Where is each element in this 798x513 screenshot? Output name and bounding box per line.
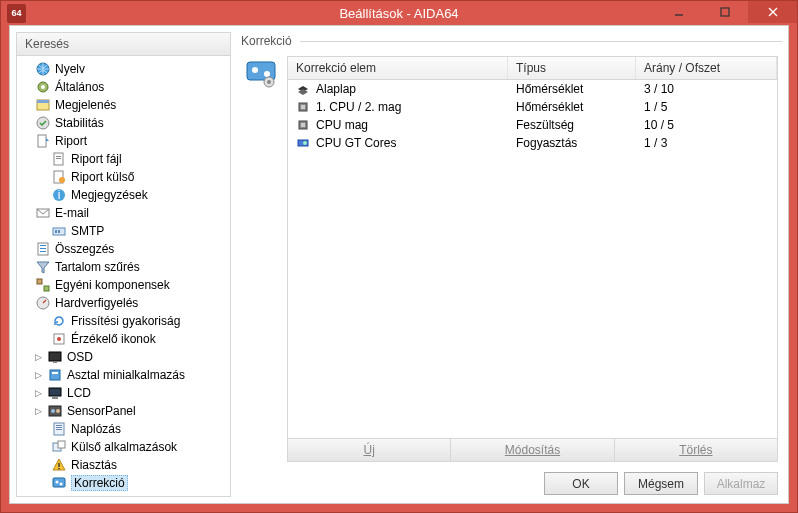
svg-point-61 bbox=[303, 141, 307, 145]
cell: CPU GT Cores bbox=[316, 136, 396, 150]
svg-rect-26 bbox=[37, 279, 42, 284]
log-icon bbox=[51, 421, 67, 437]
svg-point-53 bbox=[264, 71, 270, 77]
nav-label: Tartalom szűrés bbox=[55, 260, 140, 274]
maximize-button[interactable] bbox=[702, 1, 748, 23]
titlebar: 64 Beállítások - AIDA64 bbox=[1, 1, 797, 25]
nav-kulso-alkalmazasok[interactable]: Külső alkalmazások bbox=[21, 438, 228, 456]
svg-rect-42 bbox=[56, 427, 62, 428]
nav-label: Külső alkalmazások bbox=[71, 440, 177, 454]
minimize-button[interactable] bbox=[656, 1, 702, 23]
nav-riport[interactable]: Riport bbox=[21, 132, 228, 150]
nav-osszegzes[interactable]: Összegzés bbox=[21, 240, 228, 258]
nav-label: LCD bbox=[67, 386, 91, 400]
nav-label: Érzékelő ikonok bbox=[71, 332, 156, 346]
gadget-icon bbox=[47, 367, 63, 383]
nav-egyeni-komponensek[interactable]: Egyéni komponensek bbox=[21, 276, 228, 294]
cancel-button[interactable]: Mégsem bbox=[624, 472, 698, 495]
nav-label: E-mail bbox=[55, 206, 89, 220]
delete-button[interactable]: Törlés bbox=[615, 439, 777, 461]
expand-icon[interactable]: ▷ bbox=[33, 406, 44, 417]
svg-rect-13 bbox=[56, 158, 61, 159]
svg-rect-35 bbox=[49, 388, 61, 396]
cell: Feszültség bbox=[516, 118, 574, 132]
file-icon bbox=[51, 151, 67, 167]
nav-label: OSD bbox=[67, 350, 93, 364]
svg-rect-25 bbox=[40, 251, 46, 252]
svg-rect-36 bbox=[52, 397, 58, 399]
table-row[interactable]: 1. CPU / 2. mag Hőmérséklet 1 / 5 bbox=[288, 98, 777, 116]
nav-label: Megjegyzések bbox=[71, 188, 148, 202]
expand-icon[interactable]: ▷ bbox=[33, 352, 44, 363]
new-button[interactable]: Új bbox=[288, 439, 451, 461]
section-header: Korrekció bbox=[241, 32, 782, 56]
svg-point-49 bbox=[56, 481, 59, 484]
col-ratio[interactable]: Arány / Ofszet bbox=[636, 57, 777, 79]
report-icon bbox=[35, 133, 51, 149]
svg-rect-48 bbox=[53, 478, 65, 487]
nav-riport-fajl[interactable]: Riport fájl bbox=[21, 150, 228, 168]
expand-icon[interactable]: ▷ bbox=[33, 388, 44, 399]
cell: Alaplap bbox=[316, 82, 356, 96]
svg-rect-20 bbox=[55, 230, 57, 233]
globe-icon bbox=[35, 61, 51, 77]
modify-button[interactable]: Módosítás bbox=[451, 439, 614, 461]
nav-riasztas[interactable]: Riasztás bbox=[21, 456, 228, 474]
nav-tartalom-szures[interactable]: Tartalom szűrés bbox=[21, 258, 228, 276]
nav-naplozas[interactable]: Naplózás bbox=[21, 420, 228, 438]
ok-button[interactable]: OK bbox=[544, 472, 618, 495]
stability-icon bbox=[35, 115, 51, 131]
nav-megjelenes[interactable]: Megjelenés bbox=[21, 96, 228, 114]
nav-nyelv[interactable]: Nyelv bbox=[21, 60, 228, 78]
apply-button[interactable]: Alkalmaz bbox=[704, 472, 778, 495]
nav-label: Hardverfigyelés bbox=[55, 296, 138, 310]
svg-point-52 bbox=[252, 67, 258, 73]
table-row[interactable]: Alaplap Hőmérséklet 3 / 10 bbox=[288, 80, 777, 98]
nav-label: Stabilitás bbox=[55, 116, 104, 130]
nav-email[interactable]: E-mail bbox=[21, 204, 228, 222]
svg-rect-41 bbox=[56, 425, 62, 426]
cpu-icon bbox=[296, 100, 310, 114]
expand-icon[interactable]: ▷ bbox=[33, 370, 44, 381]
table-row[interactable]: CPU mag Feszültség 10 / 5 bbox=[288, 116, 777, 134]
table-body[interactable]: Alaplap Hőmérséklet 3 / 10 1. CPU / 2. m… bbox=[288, 80, 777, 438]
window-controls bbox=[656, 1, 797, 23]
col-elem[interactable]: Korrekció elem bbox=[288, 57, 508, 79]
nav-smtp[interactable]: SMTP bbox=[21, 222, 228, 240]
svg-rect-45 bbox=[58, 441, 65, 448]
gpu-icon bbox=[296, 136, 310, 150]
smtp-icon bbox=[51, 223, 67, 239]
nav-label: Korrekció bbox=[71, 475, 128, 491]
svg-rect-32 bbox=[53, 362, 57, 363]
refresh-icon bbox=[51, 313, 67, 329]
close-button[interactable] bbox=[748, 1, 797, 23]
col-type[interactable]: Típus bbox=[508, 57, 636, 79]
dialog-buttons: OK Mégsem Alkalmaz bbox=[241, 462, 782, 497]
nav-asztal-minialkalmazas[interactable]: ▷ Asztal minialkalmazás bbox=[21, 366, 228, 384]
nav-erzekelo-ikonok[interactable]: Érzékelő ikonok bbox=[21, 330, 228, 348]
nav-altalanos[interactable]: Általános bbox=[21, 78, 228, 96]
svg-rect-1 bbox=[721, 8, 729, 16]
svg-point-39 bbox=[56, 409, 60, 413]
sidebar: Keresés Nyelv Általános bbox=[16, 32, 231, 497]
nav-sensorpanel[interactable]: ▷ SensorPanel bbox=[21, 402, 228, 420]
nav-hardverfigyeles[interactable]: Hardverfigyelés bbox=[21, 294, 228, 312]
lcd-icon bbox=[47, 385, 63, 401]
nav-osd[interactable]: ▷ OSD bbox=[21, 348, 228, 366]
nav-stabilitas[interactable]: Stabilitás bbox=[21, 114, 228, 132]
components-icon bbox=[35, 277, 51, 293]
nav-lcd[interactable]: ▷ LCD bbox=[21, 384, 228, 402]
correction-large-icon bbox=[245, 58, 277, 90]
nav-frissitesi-gyakorisag[interactable]: Frissítési gyakoriság bbox=[21, 312, 228, 330]
nav-riport-kulso[interactable]: Riport külső bbox=[21, 168, 228, 186]
nav-korrekcio[interactable]: Korrekció bbox=[21, 474, 228, 492]
motherboard-icon bbox=[296, 82, 310, 96]
correction-icon bbox=[51, 475, 67, 491]
nav-label: Naplózás bbox=[71, 422, 121, 436]
table-row[interactable]: CPU GT Cores Fogyasztás 1 / 3 bbox=[288, 134, 777, 152]
ext-app-icon bbox=[51, 439, 67, 455]
nav-label: Asztal minialkalmazás bbox=[67, 368, 185, 382]
nav-tree[interactable]: Nyelv Általános Megjelenés bbox=[17, 56, 230, 496]
sidebar-header: Keresés bbox=[17, 33, 230, 56]
nav-megjegyzesek[interactable]: i Megjegyzések bbox=[21, 186, 228, 204]
